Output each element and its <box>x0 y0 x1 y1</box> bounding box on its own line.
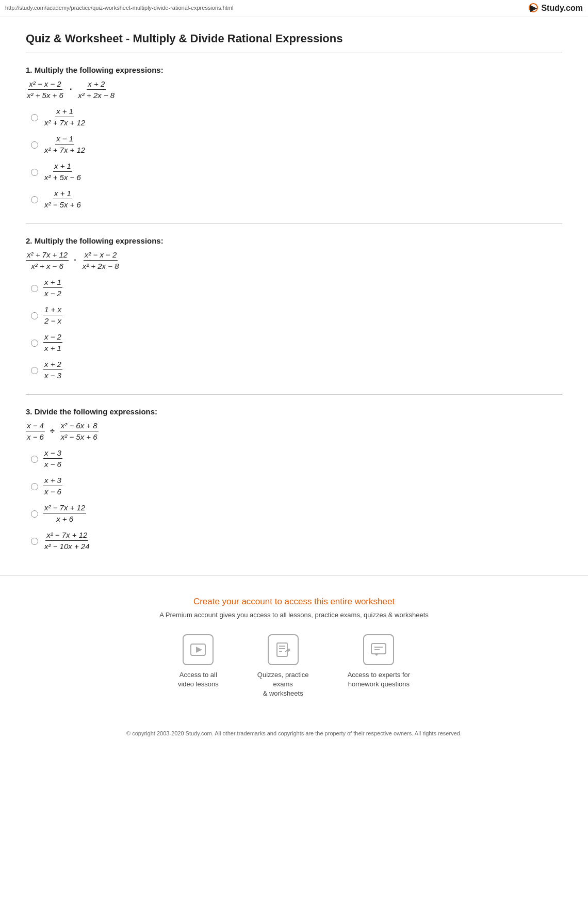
quiz-icon-box <box>268 634 299 665</box>
q2-option-d[interactable]: x + 2 x − 3 <box>31 360 562 380</box>
q3-radio-c[interactable] <box>31 510 38 518</box>
main-content: Quiz & Worksheet - Multiply & Divide Rat… <box>0 17 588 575</box>
q3-opt-c-num: x² − 7x + 12 <box>43 503 86 513</box>
q3-opt-a-frac: x − 3 x − 6 <box>43 448 62 469</box>
q1-opt-a-den: x² + 7x + 12 <box>43 117 86 127</box>
q1-radio-d[interactable] <box>31 196 38 203</box>
q3-opt-d-frac: x² − 7x + 12 x² − 10x + 24 <box>43 531 91 551</box>
q1-opt-d-den: x² − 5x + 6 <box>43 199 82 209</box>
q2-options: x + 1 x − 2 1 + x 2 − x x − 2 x + 1 <box>26 278 562 380</box>
q2-frac2-den: x² + 2x − 8 <box>81 261 120 270</box>
q1-option-b[interactable]: x − 1 x² + 7x + 12 <box>31 134 562 154</box>
divider-1 <box>26 223 562 224</box>
question-2: 2. Multiply the following expressions: x… <box>26 236 562 380</box>
q3-frac1: x − 4 x − 6 <box>26 421 45 441</box>
q2-radio-c[interactable] <box>31 340 38 347</box>
q1-opt-d-num: x + 1 <box>53 189 72 199</box>
q1-option-d[interactable]: x + 1 x² − 5x + 6 <box>31 189 562 209</box>
q1-opt-d-frac: x + 1 x² − 5x + 6 <box>43 189 82 209</box>
q2-text: Multiply the following expressions: <box>35 236 164 245</box>
q1-opt-c-den: x² + 5x − 6 <box>43 172 82 182</box>
q3-frac2-num: x² − 6x + 8 <box>60 421 99 431</box>
q1-frac1: x² − x − 2 x² + 5x + 6 <box>26 79 64 100</box>
q2-radio-a[interactable] <box>31 285 38 292</box>
svg-rect-2 <box>277 643 287 656</box>
q2-option-b[interactable]: 1 + x 2 − x <box>31 305 562 325</box>
q2-expression: x² + 7x + 12 x² + x − 6 · x² − x − 2 x² … <box>26 250 120 270</box>
q2-option-c[interactable]: x − 2 x + 1 <box>31 332 562 352</box>
q2-opt-b-frac: 1 + x 2 − x <box>43 305 62 325</box>
q1-opt-b-den: x² + 7x + 12 <box>43 144 86 154</box>
question-1-label: 1. Multiply the following expressions: <box>26 66 562 74</box>
question-2-label: 2. Multiply the following expressions: <box>26 236 562 245</box>
q2-frac2: x² − x − 2 x² + 2x − 8 <box>81 250 120 270</box>
q3-opt-c-frac: x² − 7x + 12 x + 6 <box>43 503 86 523</box>
q3-opt-d-den: x² − 10x + 24 <box>43 541 91 551</box>
q3-opt-a-den: x − 6 <box>43 459 62 469</box>
q3-radio-d[interactable] <box>31 538 38 545</box>
cta-title: Create your account to access this entir… <box>10 597 578 607</box>
q1-frac1-num: x² − x − 2 <box>28 79 62 90</box>
q2-opt-c-den: x + 1 <box>43 343 62 352</box>
q3-number: 3 <box>26 407 30 416</box>
q3-opt-d-num: x² − 7x + 12 <box>45 531 88 541</box>
svg-marker-1 <box>196 647 202 653</box>
q2-opt-b-num: 1 + x <box>43 305 62 315</box>
q3-option-c[interactable]: x² − 7x + 12 x + 6 <box>31 503 562 523</box>
feature-quiz: Quizzes, practice exams& worksheets <box>250 634 317 699</box>
q2-opt-a-den: x − 2 <box>43 288 62 298</box>
q1-radio-a[interactable] <box>31 114 38 121</box>
page-title: Quiz & Worksheet - Multiply & Divide Rat… <box>26 32 562 53</box>
q2-opt-c-frac: x − 2 x + 1 <box>43 332 62 352</box>
q1-expression: x² − x − 2 x² + 5x + 6 · x + 2 x² + 2x −… <box>26 79 116 100</box>
q2-opt-d-den: x − 3 <box>43 370 62 380</box>
q3-frac1-den: x − 6 <box>26 431 45 441</box>
q1-option-a[interactable]: x + 1 x² + 7x + 12 <box>31 107 562 127</box>
q2-dot: · <box>73 255 77 265</box>
q1-radio-b[interactable] <box>31 141 38 149</box>
q1-frac2: x + 2 x² + 2x − 8 <box>77 79 116 100</box>
q1-option-c[interactable]: x + 1 x² + 5x − 6 <box>31 162 562 182</box>
q3-frac1-num: x − 4 <box>26 421 45 431</box>
q2-option-a[interactable]: x + 1 x − 2 <box>31 278 562 298</box>
video-play-icon <box>190 641 206 658</box>
q3-opt-b-num: x + 3 <box>43 476 62 486</box>
q3-opt-c-den: x + 6 <box>55 513 74 523</box>
q1-frac2-num: x + 2 <box>87 79 106 90</box>
q1-opt-c-frac: x + 1 x² + 5x − 6 <box>43 162 82 182</box>
footer-copyright: © copyright 2003-2020 Study.com. All oth… <box>0 724 588 749</box>
feature-video: Access to allvideo lessons <box>178 634 219 699</box>
q3-opt-a-num: x − 3 <box>43 448 62 459</box>
q2-opt-d-num: x + 2 <box>43 360 62 370</box>
q2-frac2-num: x² − x − 2 <box>84 250 118 261</box>
q3-div: ÷ <box>49 426 56 436</box>
q2-number: 2 <box>26 236 30 245</box>
q2-opt-c-num: x − 2 <box>43 332 62 343</box>
q1-dot: · <box>69 85 73 94</box>
q3-option-b[interactable]: x + 3 x − 6 <box>31 476 562 496</box>
q2-radio-d[interactable] <box>31 367 38 374</box>
q3-text: Divide the following expressions: <box>35 407 157 416</box>
q3-expression: x − 4 x − 6 ÷ x² − 6x + 8 x² − 5x + 6 <box>26 421 99 441</box>
feature-expert: Access to experts forhomework questions <box>348 634 410 699</box>
q1-text: Multiply the following expressions: <box>35 66 164 74</box>
question-3: 3. Divide the following expressions: x −… <box>26 407 562 551</box>
q3-options: x − 3 x − 6 x + 3 x − 6 x² − 7x + 12 x +… <box>26 448 562 551</box>
q2-opt-a-frac: x + 1 x − 2 <box>43 278 62 298</box>
cta-section: Create your account to access this entir… <box>0 575 588 725</box>
divider-2 <box>26 394 562 395</box>
q1-number: 1 <box>26 66 30 74</box>
q2-opt-a-num: x + 1 <box>43 278 62 288</box>
q3-option-d[interactable]: x² − 7x + 12 x² − 10x + 24 <box>31 531 562 551</box>
logo-text: Study.com <box>541 4 583 12</box>
q3-radio-b[interactable] <box>31 483 38 490</box>
q1-frac1-den: x² + 5x + 6 <box>26 90 64 100</box>
feature-quiz-label: Quizzes, practice exams& worksheets <box>250 670 317 699</box>
q3-option-a[interactable]: x − 3 x − 6 <box>31 448 562 469</box>
q2-radio-b[interactable] <box>31 312 38 319</box>
q3-opt-b-frac: x + 3 x − 6 <box>43 476 62 496</box>
q1-radio-c[interactable] <box>31 169 38 176</box>
q1-opt-b-frac: x − 1 x² + 7x + 12 <box>43 134 86 154</box>
q3-radio-a[interactable] <box>31 456 38 463</box>
q2-opt-b-den: 2 − x <box>43 315 62 325</box>
